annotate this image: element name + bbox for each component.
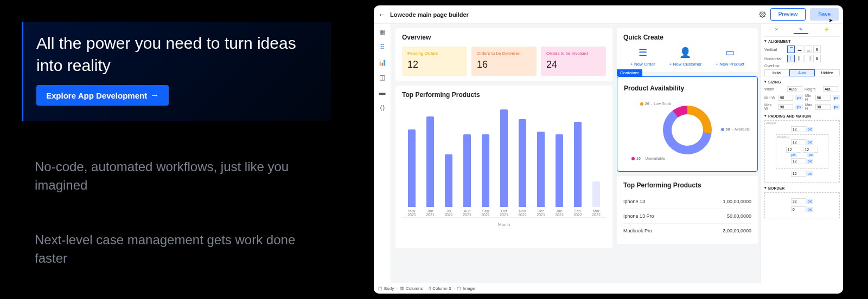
align-center-button[interactable]: ▎: [796, 55, 803, 62]
bar: [574, 122, 582, 207]
maxw-input[interactable]: [778, 104, 793, 110]
top-products-list-title: Top Performing Products: [623, 181, 751, 189]
gear-icon[interactable]: [759, 11, 766, 18]
grid-icon[interactable]: ⠿: [379, 43, 386, 51]
bar: [482, 134, 489, 207]
align-stretch-button[interactable]: ▮: [813, 46, 821, 53]
stat-pending-orders[interactable]: Pending Orders 12: [402, 47, 467, 76]
maxh-input[interactable]: [815, 104, 831, 110]
explore-app-dev-button[interactable]: Explore App Development →: [36, 85, 169, 106]
align-middle-button[interactable]: ▬: [796, 46, 803, 53]
components-icon[interactable]: ◫: [379, 74, 386, 81]
sizing-section: ▾SIZING Width Height Min Wpx Min Hpx Max…: [764, 80, 840, 110]
alignment-section: ▾ALIGNMENT Vertical ▔ ▬ ▁ ▮ Horizontal ▏…: [764, 39, 840, 76]
stat-label: Pending Orders: [407, 51, 462, 56]
minw-input[interactable]: [778, 95, 793, 101]
align-justify-button[interactable]: ▮: [813, 55, 821, 62]
customer-icon: 👤: [679, 47, 691, 58]
overflow-hidden-button[interactable]: Hidden: [815, 69, 840, 76]
width-input[interactable]: [787, 86, 802, 92]
crumb-column3[interactable]: ▯ Column 3: [429, 286, 451, 291]
margin-top-input[interactable]: [791, 126, 806, 132]
marketing-panel: All the power you need to turn ideas int…: [0, 0, 369, 299]
new-customer-button[interactable]: 👤 + New Customer: [669, 47, 702, 67]
minw-label: Min W: [764, 96, 776, 100]
bar-x-label: Aug2021: [463, 209, 471, 217]
border-section: ▾BORDER px px: [764, 186, 840, 218]
vertical-label: Vertical: [764, 48, 785, 51]
bar: [592, 181, 600, 206]
product-icon: ▭: [725, 47, 735, 58]
stat-label: Orders to be Delivered: [477, 51, 531, 56]
section-title: PADDING AND MARGIN: [768, 114, 811, 118]
dashboard-icon[interactable]: ▦: [379, 28, 386, 36]
unit-label: px: [795, 95, 802, 100]
qc-label: + New Order: [630, 62, 655, 67]
stat-orders-delivered[interactable]: Orders to be Delivered 16: [471, 47, 537, 76]
bar: [445, 154, 452, 207]
overflow-auto-button[interactable]: Auto: [789, 69, 814, 76]
align-right-button[interactable]: ▕: [805, 55, 812, 62]
tab-design[interactable]: ✎: [794, 26, 808, 34]
stat-value: 24: [546, 59, 601, 70]
crumb-body[interactable]: ▢ Body: [378, 286, 394, 291]
cta-label: Explore App Development: [46, 91, 147, 100]
unit-label: px: [833, 105, 840, 109]
bar-x-label: Feb2022: [573, 209, 582, 217]
list-item[interactable]: Iphone 13 Pro50,00,0000: [623, 209, 751, 224]
minh-input[interactable]: [815, 95, 831, 101]
blurb-case-management: Next-level case management gets work don…: [35, 231, 326, 267]
hero-title: All the power you need to turn ideas int…: [36, 32, 318, 76]
code-icon[interactable]: ⟨⟩: [379, 104, 386, 112]
quick-create-card: Quick Create ☰ + New Order 👤 + New Custo…: [617, 28, 758, 72]
back-button[interactable]: ←: [378, 10, 386, 19]
card-icon[interactable]: ▬: [379, 89, 386, 96]
list-item[interactable]: Iphone 131,00,00,0000: [623, 194, 751, 209]
border-width-input[interactable]: [791, 198, 806, 204]
new-product-button[interactable]: ▭ + New Product: [716, 47, 744, 67]
align-top-button[interactable]: ▔: [787, 46, 795, 53]
stat-orders-invoiced[interactable]: Orders to be Invoiced 24: [541, 47, 606, 76]
padding-top-input[interactable]: [791, 139, 806, 145]
inspector-panel: ✕ ✎ ⚡ ▾ALIGNMENT Vertical ▔ ▬ ▁ ▮ Horizo…: [761, 24, 843, 283]
app-header: ← Lowcode main page builder Preview Save…: [374, 5, 843, 24]
section-title: ALIGNMENT: [768, 40, 791, 43]
chart-icon[interactable]: 📊: [379, 58, 386, 66]
stat-value: 12: [407, 59, 462, 70]
padding-bottom-input[interactable]: [791, 158, 806, 164]
height-input[interactable]: [823, 86, 838, 92]
app-title: Lowcode main page builder: [390, 11, 755, 18]
tab-tools[interactable]: ✕: [769, 26, 784, 34]
padding-margin-section: ▾PADDING AND MARGIN margin px Padding px…: [764, 114, 840, 183]
blurb-workflows: No-code, automated workflows, just like …: [35, 158, 326, 194]
border-side-input[interactable]: [791, 206, 806, 212]
chart-title: Top Performing Products: [402, 91, 606, 99]
stat-value: 16: [477, 59, 531, 70]
legend-unavailable: 10 - Unavailable: [631, 157, 665, 160]
stat-label: Orders to be Invoiced: [546, 51, 601, 56]
minh-label: Min H: [805, 94, 813, 101]
bar: [500, 109, 508, 207]
bar-x-label: Nov2021: [518, 209, 527, 217]
quick-create-title: Quick Create: [623, 34, 751, 41]
bar-x-label: Jan2022: [555, 209, 564, 217]
align-left-button[interactable]: ▏: [787, 55, 795, 62]
tab-actions[interactable]: ⚡: [819, 26, 835, 34]
horizontal-label: Horizontal: [764, 57, 785, 61]
crumb-columns[interactable]: ▥ Columns: [400, 286, 423, 291]
overflow-initial-button[interactable]: Initial: [764, 69, 789, 76]
new-order-button[interactable]: ☰ + New Order: [630, 47, 655, 67]
bar: [426, 116, 434, 206]
overview-card: Overview Pending Orders 12 Orders to be …: [395, 28, 612, 81]
qc-label: + New Customer: [669, 62, 702, 67]
save-button[interactable]: Save ➤: [810, 8, 839, 21]
bar: [519, 119, 526, 207]
overview-title: Overview: [402, 34, 606, 41]
align-bottom-button[interactable]: ▁: [805, 46, 812, 53]
box-model: margin px Padding px px px px px: [764, 120, 840, 183]
crumb-image[interactable]: ▢ Image: [457, 286, 475, 291]
preview-button[interactable]: Preview: [770, 8, 806, 21]
product-availability-card[interactable]: Container Product Availability 26 - Low …: [617, 76, 758, 172]
margin-bottom-input[interactable]: [791, 171, 806, 177]
list-item[interactable]: Macbook Pro3,00,00,0000: [623, 224, 751, 238]
